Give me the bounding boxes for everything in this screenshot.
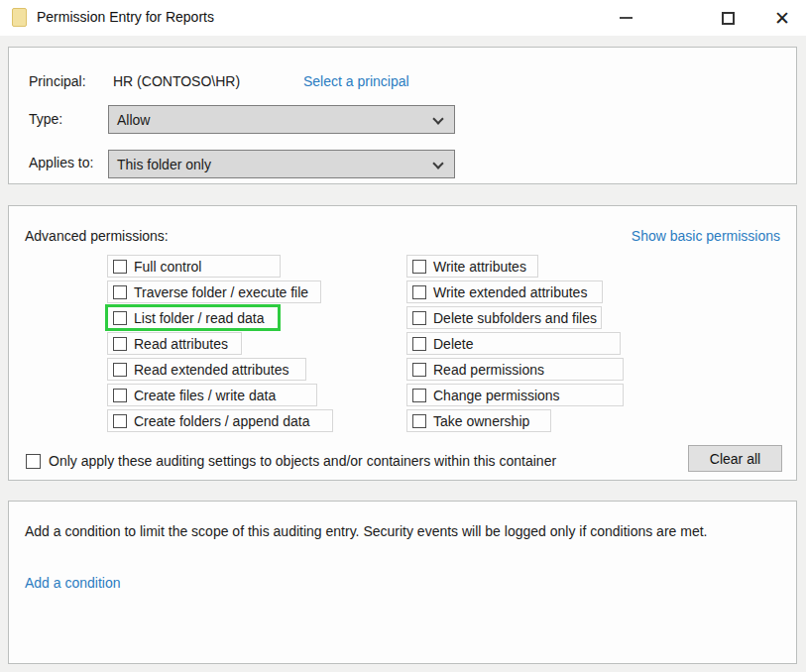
permission-checkbox[interactable] xyxy=(412,389,426,402)
folder-icon xyxy=(12,8,27,27)
permission-label: Read attributes xyxy=(134,336,228,352)
permission-item[interactable]: List folder / read data xyxy=(107,306,279,329)
permission-checkbox[interactable] xyxy=(412,363,426,377)
permission-checkbox[interactable] xyxy=(113,389,127,402)
permission-label: Write attributes xyxy=(433,259,526,275)
permission-item[interactable]: Read attributes xyxy=(107,332,242,355)
permission-item[interactable]: Create files / write data xyxy=(107,384,317,406)
advanced-permissions-left-column: Full controlTraverse folder / execute fi… xyxy=(107,255,333,435)
permission-label: Traverse folder / execute file xyxy=(134,284,308,300)
applies-to-label: Applies to: xyxy=(29,155,93,170)
permission-checkbox[interactable] xyxy=(412,311,426,325)
add-condition-link[interactable]: Add a condition xyxy=(25,575,121,591)
type-select-value: Allow xyxy=(117,112,150,128)
permission-label: Read permissions xyxy=(433,362,544,378)
permission-label: Create files / write data xyxy=(134,388,276,403)
permission-item[interactable]: Change permissions xyxy=(406,384,624,406)
applies-to-select-value: This folder only xyxy=(117,157,211,172)
permission-item[interactable]: Take ownership xyxy=(406,409,551,432)
minimize-icon xyxy=(620,17,633,19)
permission-checkbox[interactable] xyxy=(113,414,127,428)
chevron-down-icon xyxy=(432,158,443,168)
advanced-permissions-heading: Advanced permissions: xyxy=(25,228,169,244)
principal-value: HR (CONTOSO\HR) xyxy=(113,73,240,89)
condition-panel: Add a condition to limit the scope of th… xyxy=(8,501,797,664)
permission-label: List folder / read data xyxy=(134,310,265,326)
permission-item[interactable]: Delete subfolders and files xyxy=(406,306,602,329)
permission-checkbox[interactable] xyxy=(412,414,426,428)
permission-checkbox[interactable] xyxy=(412,260,426,274)
permission-label: Delete subfolders and files xyxy=(433,310,597,326)
permission-checkbox[interactable] xyxy=(113,337,127,351)
permission-item[interactable]: Write attributes xyxy=(406,255,538,278)
condition-description: Add a condition to limit the scope of th… xyxy=(25,523,707,539)
permission-checkbox[interactable] xyxy=(113,363,127,377)
principal-panel: Principal: HR (CONTOSO\HR) Select a prin… xyxy=(8,47,797,184)
permission-label: Write extended attributes xyxy=(433,284,587,300)
permission-checkbox[interactable] xyxy=(113,311,127,325)
permission-label: Create folders / append data xyxy=(134,413,309,429)
permission-item[interactable]: Traverse folder / execute file xyxy=(107,280,321,303)
advanced-permissions-right-column: Write attributesWrite extended attribute… xyxy=(406,255,624,435)
only-apply-checkbox-label: Only apply these auditing settings to ob… xyxy=(49,453,556,469)
permission-item[interactable]: Delete xyxy=(406,332,621,355)
permission-checkbox[interactable] xyxy=(113,260,127,274)
permission-checkbox[interactable] xyxy=(412,337,426,351)
maximize-button[interactable] xyxy=(712,0,744,36)
permission-item[interactable]: Read extended attributes xyxy=(107,358,306,381)
show-basic-permissions-link[interactable]: Show basic permissions xyxy=(632,228,780,244)
permission-label: Delete xyxy=(433,336,473,352)
permission-label: Read extended attributes xyxy=(134,362,288,378)
select-principal-link[interactable]: Select a principal xyxy=(303,73,409,89)
permission-label: Take ownership xyxy=(433,413,529,429)
permission-checkbox[interactable] xyxy=(412,285,426,299)
permission-item[interactable]: Create folders / append data xyxy=(107,409,333,432)
permission-label: Change permissions xyxy=(433,388,560,403)
advanced-permissions-panel: Advanced permissions: Show basic permiss… xyxy=(8,205,797,481)
close-icon: ✕ xyxy=(774,9,790,28)
applies-to-select[interactable]: This folder only xyxy=(108,150,455,178)
chevron-down-icon xyxy=(432,113,443,124)
permission-item[interactable]: Write extended attributes xyxy=(406,280,603,303)
close-button[interactable]: ✕ xyxy=(766,0,798,36)
permission-item[interactable]: Full control xyxy=(107,255,281,278)
permission-item[interactable]: Read permissions xyxy=(406,358,624,381)
title-bar: Permission Entry for Reports ✕ xyxy=(0,0,806,36)
only-apply-checkbox[interactable] xyxy=(26,454,41,469)
maximize-icon xyxy=(722,12,735,25)
permission-label: Full control xyxy=(134,259,201,275)
window-title: Permission Entry for Reports xyxy=(37,9,214,25)
clear-all-button[interactable]: Clear all xyxy=(688,445,782,472)
permission-checkbox[interactable] xyxy=(113,285,127,299)
type-select[interactable]: Allow xyxy=(108,105,455,134)
minimize-button[interactable] xyxy=(610,0,641,36)
type-label: Type: xyxy=(29,111,62,127)
principal-label: Principal: xyxy=(29,73,86,89)
